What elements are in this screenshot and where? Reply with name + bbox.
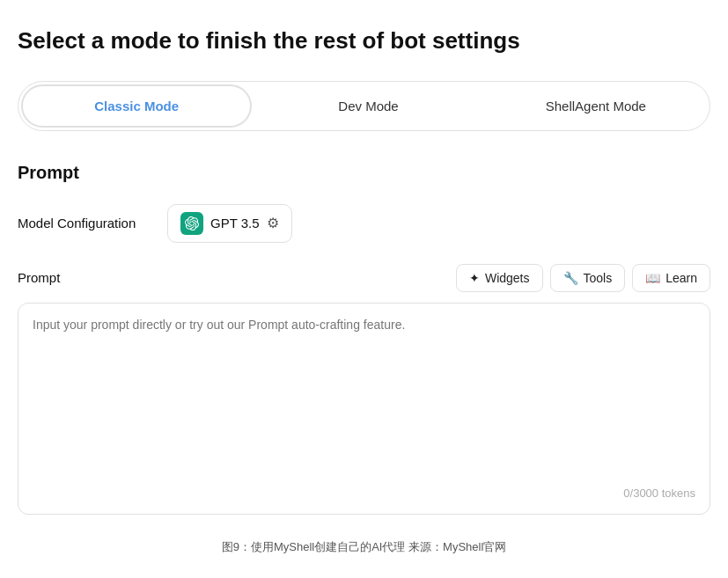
tools-button[interactable]: 🔧 Tools	[550, 264, 626, 292]
mode-selector: Classic Mode Dev Mode ShellAgent Mode	[18, 81, 710, 131]
prompt-label: Prompt	[18, 270, 60, 285]
section-title: Prompt	[18, 163, 710, 183]
model-config-label: Model Configuration	[18, 216, 150, 230]
tab-shellagent-mode[interactable]: ShellAgent Mode	[482, 82, 710, 130]
tab-dev-mode[interactable]: Dev Mode	[254, 82, 482, 130]
model-name-label: GPT 3.5	[210, 216, 260, 230]
widgets-label: Widgets	[485, 271, 530, 285]
learn-button[interactable]: 📖 Learn	[632, 264, 710, 292]
page-wrapper: Select a mode to finish the rest of bot …	[18, 26, 710, 555]
learn-label: Learn	[665, 271, 697, 285]
prompt-input[interactable]	[33, 318, 695, 476]
footer-caption: 图9：使用MyShell创建自己的AI代理 来源：MyShell官网	[18, 539, 710, 555]
book-icon: 📖	[645, 271, 660, 285]
prompt-actions: ✦ Widgets 🔧 Tools 📖 Learn	[456, 264, 710, 292]
wrench-icon: 🔧	[563, 271, 578, 285]
widgets-button[interactable]: ✦ Widgets	[456, 264, 543, 292]
model-badge[interactable]: GPT 3.5 ⚙	[167, 204, 292, 243]
model-config-row: Model Configuration GPT 3.5 ⚙	[18, 204, 710, 243]
sliders-icon: ⚙	[267, 215, 279, 231]
token-count: 0/3000 tokens	[33, 487, 695, 500]
prompt-textarea-wrapper: 0/3000 tokens	[18, 303, 710, 515]
puzzle-icon: ✦	[469, 271, 480, 285]
prompt-row: Prompt ✦ Widgets 🔧 Tools 📖 Learn	[18, 264, 710, 292]
page-title: Select a mode to finish the rest of bot …	[18, 26, 710, 56]
tools-label: Tools	[584, 271, 613, 285]
gpt-icon	[180, 212, 203, 235]
tab-classic-mode[interactable]: Classic Mode	[21, 84, 252, 128]
